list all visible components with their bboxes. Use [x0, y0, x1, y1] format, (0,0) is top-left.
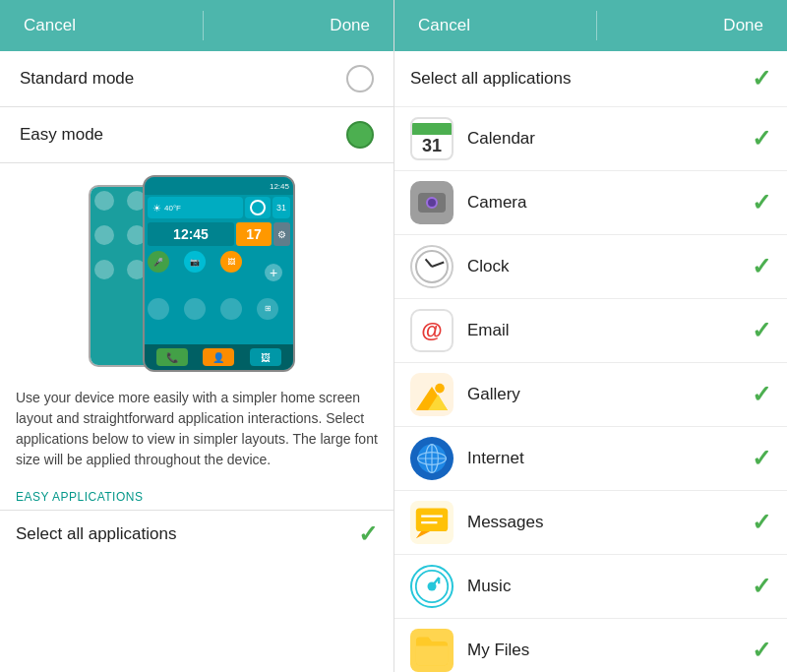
right-select-all-label: Select all applications	[410, 69, 752, 89]
list-item[interactable]: Music ✓	[394, 555, 787, 619]
clock-icon	[410, 245, 454, 288]
back-icon-5	[94, 225, 114, 245]
app-name: Email	[467, 321, 752, 340]
left-select-all-row[interactable]: Select all applications ✓	[0, 510, 394, 558]
calendar-date-num: 31	[422, 137, 442, 154]
easy-applications-label: EASY APPLICATIONS	[0, 478, 394, 510]
list-item[interactable]: Internet ✓	[394, 427, 787, 491]
add-btn: +	[265, 264, 282, 281]
camera-lens	[426, 197, 438, 209]
email-icon: @	[410, 309, 454, 352]
gallery-icon-sm: 🖼	[227, 258, 235, 267]
app-check: ✓	[752, 573, 771, 600]
weather-temp: 40°F	[164, 204, 181, 213]
app-check: ✓	[752, 253, 771, 280]
phone-bottom-nav: 📞 👤 🖼	[145, 344, 293, 370]
calendar-widget-mini: 31	[272, 197, 290, 218]
app-name: Clock	[467, 257, 752, 276]
globe-svg	[416, 443, 448, 474]
call-btn: 📞	[156, 348, 188, 366]
phone-app-6	[220, 298, 242, 320]
myfiles-icon	[410, 629, 454, 672]
left-done-button[interactable]: Done	[326, 8, 374, 43]
app-check: ✓	[752, 317, 771, 344]
svg-marker-9	[416, 531, 430, 538]
standard-mode-label: Standard mode	[20, 69, 134, 89]
phone-app-3: 🖼	[220, 251, 242, 273]
list-item[interactable]: My Files ✓	[394, 619, 787, 672]
gallery-icon	[410, 373, 454, 416]
right-done-button[interactable]: Done	[719, 8, 767, 43]
app-name: Calendar	[467, 129, 752, 149]
camera-icon	[410, 181, 454, 224]
list-item[interactable]: @ Email ✓	[394, 299, 787, 363]
clock-icon	[250, 200, 266, 215]
music-icon	[410, 565, 454, 608]
phone-app-5	[184, 298, 206, 320]
right-header-divider	[596, 11, 597, 40]
list-item[interactable]: Clock ✓	[394, 235, 787, 299]
settings-widget: ⚙	[273, 222, 290, 246]
phone-app-1: 🎤	[148, 251, 169, 273]
list-item[interactable]: Gallery ✓	[394, 363, 787, 427]
grid-icon: ⊞	[265, 304, 272, 313]
right-panel: Cancel Done Select all applications ✓ 31…	[394, 0, 787, 672]
svg-rect-8	[416, 509, 448, 531]
app-check: ✓	[752, 445, 771, 472]
list-item[interactable]: Camera ✓	[394, 171, 787, 235]
right-header: Cancel Done	[394, 0, 787, 51]
left-panel: Cancel Done Standard mode Easy mode	[0, 0, 394, 672]
phone-app-grid: 🎤 📷 🖼 + ⊞	[145, 248, 293, 344]
app-check: ✓	[752, 189, 771, 216]
app-name: Internet	[467, 449, 752, 468]
messages-svg	[414, 505, 450, 540]
date-box: 17	[236, 222, 272, 246]
app-list: 31 Calendar ✓ Camera ✓ Clock	[394, 107, 787, 672]
camera-icon-sm: 📷	[190, 258, 200, 267]
easy-mode-row[interactable]: Easy mode	[0, 107, 394, 163]
right-cancel-button[interactable]: Cancel	[414, 8, 474, 43]
easy-mode-label: Easy mode	[20, 125, 103, 145]
standard-mode-row[interactable]: Standard mode	[0, 51, 394, 107]
app-check: ✓	[752, 381, 771, 408]
weather-widget: ☀ 40°F	[148, 197, 243, 218]
gear-icon: ⚙	[277, 229, 286, 240]
person-icon: 👤	[212, 352, 224, 363]
right-select-all-check: ✓	[752, 65, 771, 92]
mic-icon: 🎤	[153, 258, 163, 267]
standard-mode-toggle[interactable]	[346, 65, 374, 92]
calendar-header-bar	[412, 123, 452, 135]
messages-icon	[410, 501, 454, 544]
app-check: ✓	[752, 637, 771, 664]
app-check: ✓	[752, 125, 771, 153]
myfiles-svg	[414, 634, 450, 667]
left-select-all-check: ✓	[358, 520, 378, 548]
phone-app-4	[148, 298, 169, 320]
app-name: Music	[467, 577, 752, 596]
left-header: Cancel Done	[0, 0, 394, 51]
description-text: Use your device more easily with a simpl…	[0, 380, 394, 478]
back-icon-9	[94, 260, 114, 279]
cal-num: 31	[276, 203, 286, 213]
clock-widget	[245, 197, 271, 218]
right-select-all-row[interactable]: Select all applications ✓	[394, 51, 787, 107]
app-name: Camera	[467, 193, 752, 213]
list-item[interactable]: 31 Calendar ✓	[394, 107, 787, 171]
app-name: Messages	[467, 513, 752, 532]
header-divider	[203, 11, 204, 40]
phone-mockup: 12:45 ☀ 40°F 31 12:45	[89, 175, 305, 372]
plus-icon: +	[270, 265, 277, 280]
sun-icon: ☀	[152, 203, 161, 214]
app-check: ✓	[752, 509, 771, 536]
left-cancel-button[interactable]: Cancel	[20, 8, 80, 43]
music-svg	[414, 569, 450, 604]
calendar-icon: 31	[410, 117, 454, 160]
at-symbol: @	[421, 318, 442, 343]
list-item[interactable]: Messages ✓	[394, 491, 787, 555]
left-select-all-label: Select all applications	[16, 524, 176, 544]
phone-time-display: 12:45	[270, 182, 289, 191]
phone-front: 12:45 ☀ 40°F 31 12:45	[143, 175, 295, 372]
easy-mode-toggle[interactable]	[346, 121, 374, 149]
photo-icon: 🖼	[261, 352, 271, 363]
phone-widget-row: ☀ 40°F 31	[145, 195, 293, 220]
